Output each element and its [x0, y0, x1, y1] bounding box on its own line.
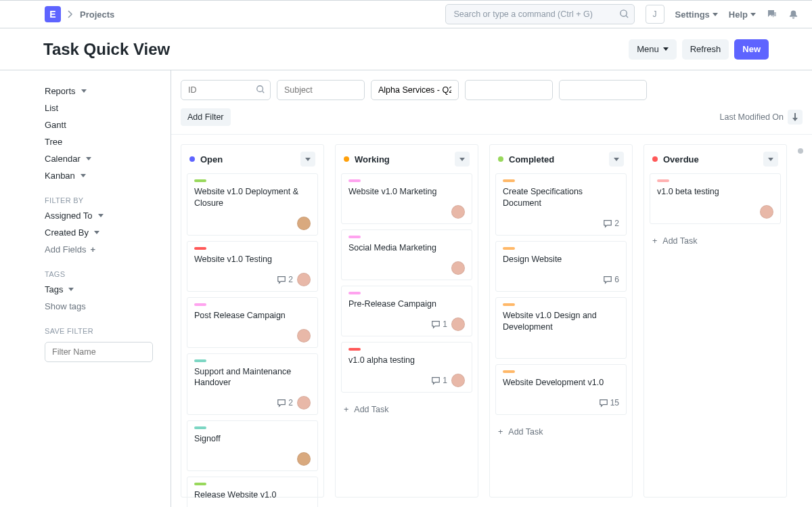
- sidebar-view-reports[interactable]: Reports: [45, 83, 164, 100]
- priority-stripe: [503, 179, 515, 182]
- svg-point-0: [620, 10, 626, 16]
- plus-icon: +: [90, 244, 95, 255]
- priority-stripe: [503, 370, 515, 373]
- filter-extra1-input[interactable]: [465, 80, 553, 100]
- bell-icon[interactable]: [788, 9, 798, 20]
- sidebar-view-tree[interactable]: Tree: [45, 133, 164, 150]
- priority-stripe: [194, 426, 206, 429]
- sort-label[interactable]: Last Modified On: [720, 112, 784, 122]
- task-title: Design Website: [503, 254, 619, 265]
- task-card[interactable]: Signoff: [187, 420, 318, 471]
- column-title: Overdue: [663, 154, 758, 164]
- column-menu-button[interactable]: [300, 152, 315, 167]
- task-card[interactable]: Pre-Release Campaign1: [341, 286, 472, 336]
- plus-icon: +: [652, 236, 657, 246]
- add-filter-button[interactable]: Add Filter: [181, 108, 231, 126]
- navbar: E Projects J Settings Help: [0, 0, 812, 28]
- task-title: Website v1.0 Testing: [194, 254, 311, 265]
- task-card[interactable]: v1.0 beta testing: [650, 173, 781, 224]
- column-menu-button[interactable]: [609, 152, 624, 167]
- app-logo[interactable]: E: [45, 6, 61, 22]
- task-title: Release Website v1.0: [194, 489, 311, 501]
- filter-project-input[interactable]: [371, 80, 459, 100]
- user-avatar[interactable]: J: [646, 5, 664, 24]
- status-dot: [798, 148, 803, 154]
- plus-icon: +: [344, 405, 348, 414]
- filter-extra2-input[interactable]: [559, 80, 647, 100]
- task-card[interactable]: Design Website6: [495, 241, 627, 292]
- priority-stripe: [348, 179, 361, 182]
- task-card[interactable]: Social Media Marketing: [341, 229, 472, 280]
- column-menu-button[interactable]: [455, 152, 470, 167]
- plus-icon: +: [498, 427, 503, 437]
- task-title: v1.0 alpha testing: [348, 355, 465, 366]
- priority-stripe: [348, 292, 361, 294]
- priority-stripe: [503, 247, 515, 250]
- assignee-avatar: [451, 374, 465, 387]
- sidebar-show-tags[interactable]: Show tags: [45, 298, 164, 315]
- task-title: Website v1.0 Deployment & Closure: [194, 186, 311, 209]
- page-title: Task Quick View: [43, 40, 170, 59]
- task-card[interactable]: Website Development v1.015: [495, 364, 627, 415]
- menu-button[interactable]: Menu: [629, 39, 677, 60]
- task-title: Create Specifications Document: [503, 186, 619, 209]
- task-card[interactable]: Post Release Campaign: [187, 297, 318, 348]
- add-task-button[interactable]: +Add Task: [650, 232, 781, 250]
- task-card[interactable]: v1.0 alpha testing1: [341, 342, 472, 393]
- settings-menu[interactable]: Settings: [675, 9, 718, 20]
- task-card[interactable]: Website v1.0 Testing2: [187, 241, 318, 292]
- sidebar-filter-add-fields[interactable]: Add Fields +: [45, 241, 164, 258]
- chat-icon[interactable]: [767, 9, 777, 20]
- caret-down-icon: [98, 214, 104, 217]
- task-card[interactable]: Website v1.0 Marketing: [341, 173, 472, 224]
- main-area: Add Filter Last Modified On OpenWebsite …: [171, 70, 812, 507]
- priority-stripe: [348, 348, 361, 351]
- global-search[interactable]: [445, 4, 635, 24]
- task-title: Website Development v1.0: [503, 377, 619, 389]
- column-title: Completed: [509, 154, 604, 164]
- refresh-button[interactable]: Refresh: [682, 39, 729, 60]
- assignee-avatar: [451, 317, 465, 331]
- sidebar-view-kanban[interactable]: Kanban: [45, 167, 164, 184]
- assignee-avatar: [451, 205, 465, 219]
- filter-subject-input[interactable]: [277, 80, 365, 100]
- global-search-input[interactable]: [445, 4, 635, 24]
- assignee-avatar: [297, 273, 311, 286]
- task-card[interactable]: Website v1.0 Deployment & Closure: [187, 173, 318, 236]
- caret-down-icon: [750, 13, 756, 16]
- status-dot: [652, 156, 658, 162]
- assignee-avatar: [297, 452, 311, 466]
- kanban-column-completed: CompletedCreate Specifications Document2…: [489, 144, 633, 498]
- task-card[interactable]: Release Website v1.0: [187, 477, 318, 507]
- add-task-button[interactable]: +Add Task: [495, 423, 627, 441]
- filter-row: [171, 70, 812, 107]
- kanban-board: OpenWebsite v1.0 Deployment & ClosureWeb…: [171, 135, 812, 507]
- add-task-button[interactable]: +Add Task: [341, 401, 472, 418]
- collapsed-column[interactable]: [798, 144, 807, 498]
- column-menu-button[interactable]: [763, 152, 778, 167]
- task-title: Website v1.0 Marketing: [348, 186, 465, 198]
- new-button[interactable]: New: [734, 39, 769, 60]
- task-card[interactable]: Website v1.0 Design and Development: [495, 297, 627, 359]
- comment-count: 2: [277, 275, 293, 284]
- sort-direction-button[interactable]: [788, 110, 803, 125]
- task-card[interactable]: Support and Maintenance Handover2: [187, 353, 318, 416]
- filter-name-input[interactable]: [45, 342, 153, 362]
- sidebar-view-calendar[interactable]: Calendar: [45, 150, 164, 167]
- task-title: Social Media Marketing: [348, 242, 465, 254]
- sidebar-view-list[interactable]: List: [45, 100, 164, 116]
- help-menu[interactable]: Help: [729, 9, 756, 20]
- sidebar-view-gantt[interactable]: Gantt: [45, 116, 164, 133]
- breadcrumb-projects[interactable]: Projects: [80, 9, 114, 20]
- caret-down-icon: [713, 13, 718, 16]
- assignee-avatar: [451, 261, 465, 275]
- task-title: Signoff: [194, 433, 311, 445]
- search-icon: [619, 9, 629, 19]
- comment-count: 15: [599, 398, 619, 407]
- sidebar-filter-assigned-to[interactable]: Assigned To: [45, 207, 164, 224]
- task-card[interactable]: Create Specifications Document2: [495, 173, 627, 236]
- priority-stripe: [194, 247, 206, 250]
- sidebar-tags[interactable]: Tags: [45, 281, 164, 298]
- sidebar-filter-created-by[interactable]: Created By: [45, 224, 164, 241]
- svg-point-1: [257, 86, 263, 92]
